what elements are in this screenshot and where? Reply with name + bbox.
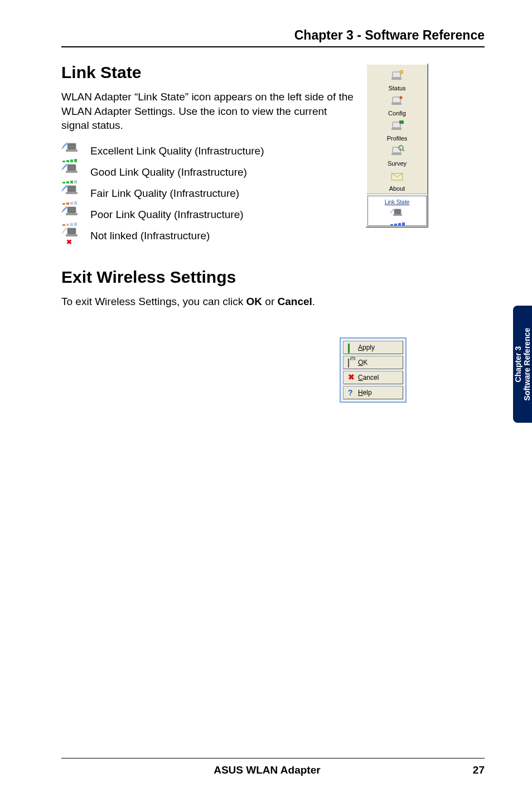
question-icon: ? bbox=[348, 389, 355, 396]
sidebar-item-about[interactable]: About bbox=[366, 168, 428, 193]
settings-sidebar-panel: Status Config Profiles bbox=[365, 63, 428, 228]
svg-rect-23 bbox=[399, 120, 404, 124]
svg-rect-8 bbox=[66, 192, 78, 194]
signal-row-fair: Fair Link Quality (Infrastructure) bbox=[61, 185, 354, 202]
svg-rect-25 bbox=[391, 153, 402, 155]
sidebar-sep bbox=[366, 194, 428, 195]
sidebar-item-profiles[interactable]: Profiles bbox=[366, 118, 428, 143]
exit-heading: Exit Wireless Settings bbox=[61, 268, 485, 287]
signal-excellent-label: Excellent Link Quality (Infrastructure) bbox=[90, 145, 264, 157]
ok-label: OK bbox=[358, 359, 367, 366]
sidebar-item-status[interactable]: Status bbox=[366, 64, 428, 93]
page-footer: ASUS WLAN Adapter 27 bbox=[61, 758, 485, 776]
signal-fair-icon bbox=[61, 185, 80, 202]
profiles-icon bbox=[389, 120, 405, 133]
signal-row-excellent: Excellent Link Quality (Infrastructure) bbox=[61, 143, 354, 160]
link-state-intro: WLAN Adapter “Link State” icon appears o… bbox=[61, 90, 354, 133]
action-buttons-panel: Apply OK ✖ Cancel ? Help bbox=[340, 337, 407, 403]
svg-rect-10 bbox=[68, 207, 75, 212]
signal-good-label: Good Link Quality (Infrastructure) bbox=[90, 166, 247, 178]
exit-cancel-word: Cancel bbox=[278, 296, 312, 307]
exit-or: or bbox=[262, 296, 277, 307]
svg-rect-22 bbox=[391, 128, 402, 130]
svg-rect-5 bbox=[66, 171, 78, 173]
status-icon bbox=[389, 70, 405, 83]
svg-line-27 bbox=[403, 149, 404, 151]
sidebar-survey-label: Survey bbox=[366, 160, 428, 167]
signal-excellent-icon bbox=[61, 143, 80, 160]
signal-poor-label: Poor Link Quality (Infrastructure) bbox=[90, 209, 244, 221]
svg-rect-2 bbox=[66, 149, 78, 152]
signal-row-good: Good Link Quality (Infrastructure) bbox=[61, 164, 354, 181]
sidebar-config-label: Config bbox=[366, 109, 428, 117]
side-tab-line1: Chapter 3 bbox=[514, 328, 523, 401]
help-button[interactable]: ? Help bbox=[343, 386, 403, 399]
survey-icon bbox=[389, 145, 405, 158]
apply-button[interactable]: Apply bbox=[343, 341, 403, 354]
svg-rect-21 bbox=[393, 122, 400, 128]
signal-notlinked-label: Not linked (Infrastructure) bbox=[90, 230, 210, 242]
sidebar-profiles-label: Profiles bbox=[366, 134, 428, 142]
signal-fair-label: Fair Link Quality (Infrastructure) bbox=[90, 187, 239, 200]
sidebar-status-label: Status bbox=[366, 84, 428, 91]
sidebar-item-config[interactable]: Config bbox=[366, 93, 428, 118]
link-state-heading: Link State bbox=[61, 63, 354, 82]
svg-point-17 bbox=[400, 70, 403, 74]
side-tab-line2: Software Reference bbox=[523, 328, 531, 401]
svg-rect-24 bbox=[393, 147, 400, 153]
signal-row-notlinked: ✖ Not linked (Infrastructure) bbox=[61, 228, 354, 244]
svg-rect-16 bbox=[391, 78, 402, 80]
footer-title: ASUS WLAN Adapter bbox=[214, 764, 320, 776]
exit-text: To exit Wireless Settings, you can click… bbox=[61, 294, 485, 309]
svg-rect-7 bbox=[68, 186, 75, 191]
sidebar-linkstate-icon bbox=[389, 209, 405, 222]
svg-rect-15 bbox=[393, 72, 400, 78]
signal-notlinked-icon: ✖ bbox=[61, 228, 80, 244]
svg-rect-13 bbox=[68, 229, 75, 234]
signal-good-icon bbox=[61, 164, 80, 181]
footer-page-number: 27 bbox=[473, 764, 485, 776]
chapter-header: Chapter 3 - Software Reference bbox=[61, 28, 485, 47]
svg-rect-4 bbox=[68, 165, 75, 170]
svg-rect-30 bbox=[395, 210, 400, 214]
cancel-button[interactable]: ✖ Cancel bbox=[343, 371, 403, 384]
ok-button[interactable]: OK bbox=[343, 356, 403, 369]
side-tab: Chapter 3 Software Reference bbox=[513, 306, 532, 423]
check-icon bbox=[348, 344, 355, 351]
cancel-label: Cancel bbox=[358, 374, 379, 381]
signal-row-poor: Poor Link Quality (Infrastructure) bbox=[61, 206, 354, 223]
x-icon: ✖ bbox=[348, 374, 355, 381]
sidebar-about-label: About bbox=[366, 185, 428, 192]
apply-label: Apply bbox=[358, 344, 375, 351]
sidebar-linkstate-label: Link State bbox=[368, 199, 426, 207]
sidebar-link-state-panel: Link State bbox=[367, 196, 427, 226]
svg-rect-18 bbox=[393, 97, 400, 103]
svg-rect-19 bbox=[391, 103, 402, 105]
exit-period: . bbox=[312, 296, 315, 307]
sidebar-item-survey[interactable]: Survey bbox=[366, 143, 428, 168]
config-icon bbox=[389, 95, 405, 108]
exit-ok-word: OK bbox=[246, 296, 263, 307]
svg-rect-11 bbox=[66, 213, 78, 215]
signal-poor-icon bbox=[61, 206, 80, 223]
svg-rect-31 bbox=[393, 214, 402, 216]
about-icon bbox=[389, 170, 405, 183]
x-icon: ✖ bbox=[66, 238, 72, 246]
svg-rect-14 bbox=[66, 234, 78, 236]
svg-rect-1 bbox=[68, 144, 75, 149]
help-label: Help bbox=[358, 389, 372, 397]
exit-text-before: To exit Wireless Settings, you can click bbox=[61, 296, 246, 307]
ok-icon bbox=[348, 359, 355, 366]
